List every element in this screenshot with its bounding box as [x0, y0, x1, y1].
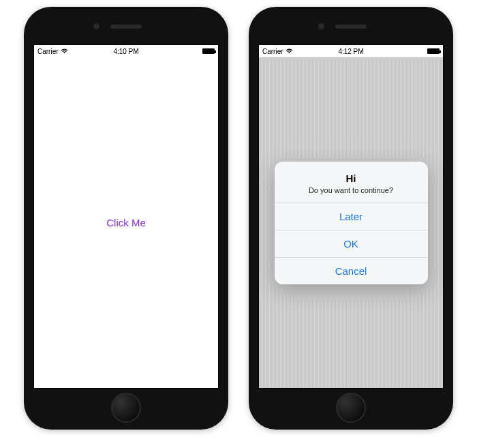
content-area: Click Me [34, 57, 218, 388]
alert-message: Do you want to continue? [283, 186, 420, 194]
status-bar: Carrier 4:10 PM [34, 45, 218, 57]
home-button[interactable] [336, 393, 366, 423]
clock-label: 4:10 PM [34, 48, 218, 55]
alert-title: Hi [283, 173, 420, 184]
phone-right: Carrier 4:12 PM Hi Do you want to contin… [249, 7, 453, 430]
phone-left: Carrier 4:10 PM Click Me [24, 7, 228, 430]
screen-right: Carrier 4:12 PM Hi Do you want to contin… [258, 44, 444, 389]
home-button[interactable] [111, 393, 141, 423]
battery-icon [427, 48, 440, 54]
alert-dialog: Hi Do you want to continue? Later OK Can… [275, 162, 428, 284]
screen-left: Carrier 4:10 PM Click Me [33, 44, 219, 389]
click-me-button[interactable]: Click Me [106, 217, 146, 228]
alert-backdrop: Hi Do you want to continue? Later OK Can… [259, 57, 443, 388]
clock-label: 4:12 PM [259, 48, 443, 55]
alert-header: Hi Do you want to continue? [275, 162, 428, 203]
alert-ok-button[interactable]: OK [275, 230, 428, 257]
battery-icon [202, 48, 215, 54]
alert-later-button[interactable]: Later [275, 203, 428, 230]
alert-cancel-button[interactable]: Cancel [275, 257, 428, 284]
status-bar: Carrier 4:12 PM [259, 45, 443, 57]
